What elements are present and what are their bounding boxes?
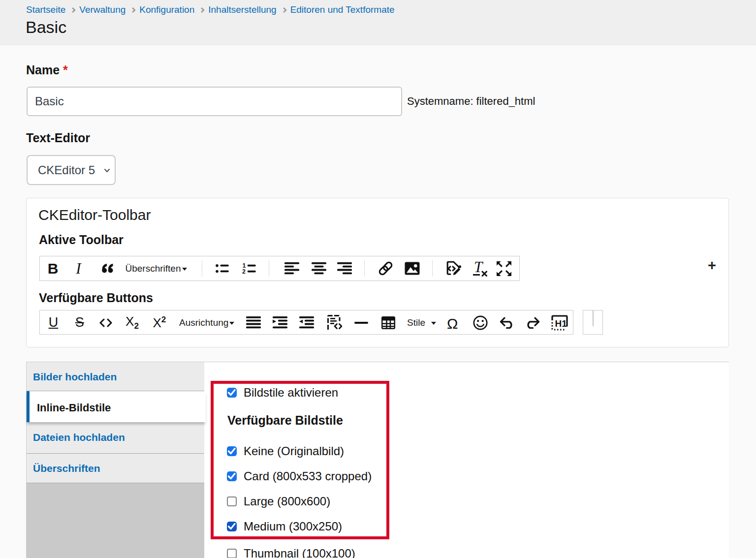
svg-text:Ω: Ω [447, 316, 458, 330]
svg-text:H1: H1 [555, 318, 567, 328]
svg-text:2: 2 [242, 268, 246, 274]
svg-text:T: T [474, 260, 484, 276]
